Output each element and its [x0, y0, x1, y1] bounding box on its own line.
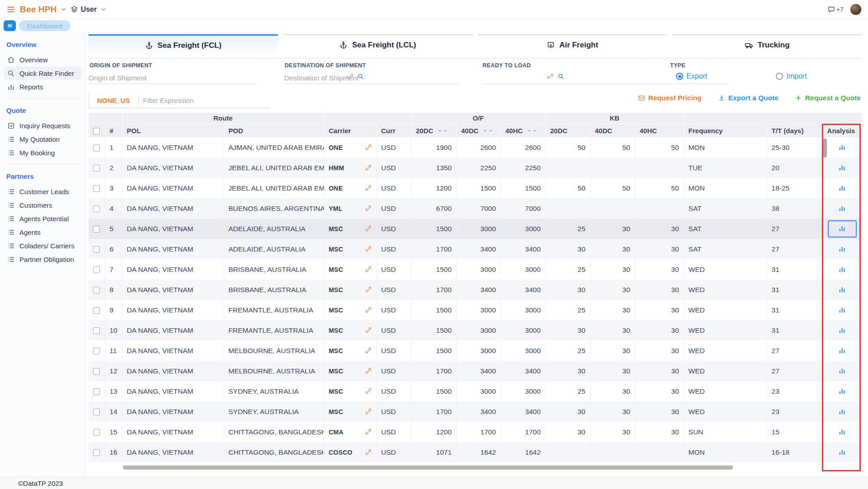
analysis-button[interactable] — [828, 383, 857, 400]
analysis-button[interactable] — [828, 180, 857, 197]
carrier-link-icon[interactable] — [365, 327, 372, 334]
export-quote-button[interactable]: Export a Quote — [718, 94, 779, 102]
table-row[interactable]: 7DA NANG, VIETNAMBRISBANE, AUSTRALIAMSCU… — [89, 259, 862, 279]
sort-20dc-icons[interactable] — [438, 129, 447, 133]
table-row[interactable]: 6DA NANG, VIETNAMADELAIDE, AUSTRALIAMSCU… — [89, 239, 862, 259]
analysis-button[interactable] — [828, 241, 857, 258]
row-checkbox[interactable] — [93, 368, 100, 375]
row-checkbox[interactable] — [93, 388, 100, 395]
chat-button[interactable]: +7 — [827, 5, 844, 14]
row-checkbox[interactable] — [93, 185, 100, 192]
select-all-checkbox[interactable] — [93, 128, 100, 135]
sidebar-item-customers[interactable]: Customers — [4, 198, 82, 212]
sort-40dc-icons[interactable] — [483, 129, 493, 133]
sidebar-item-customer-leads[interactable]: Customer Leads — [4, 185, 82, 198]
carrier-link-icon[interactable] — [365, 368, 372, 374]
breadcrumb[interactable]: Dashboard — [19, 20, 70, 31]
sidebar-item-agents[interactable]: Agents — [4, 225, 82, 239]
table-row[interactable]: 1DA NANG, VIETNAMAJMAN, UNITED ARAB EMIR… — [89, 137, 862, 158]
carrier-link-icon[interactable] — [365, 286, 372, 293]
carrier-link-icon[interactable] — [365, 347, 372, 354]
tab-sea-freight-fcl[interactable]: Sea Freight (FCL) — [89, 34, 278, 55]
analysis-button[interactable] — [828, 363, 857, 380]
analysis-button[interactable] — [828, 403, 857, 420]
sidebar-item-overview[interactable]: Overview — [4, 53, 82, 66]
type-radio-import[interactable]: Import — [776, 72, 807, 80]
table-row[interactable]: 11DA NANG, VIETNAMMELBOURNE, AUSTRALIAMS… — [89, 340, 862, 361]
avatar[interactable] — [850, 4, 862, 15]
table-row[interactable]: 15DA NANG, VIETNAMCHITTAGONG, BANGLADESH… — [89, 422, 862, 442]
table-row[interactable]: 13DA NANG, VIETNAMSYDNEY, AUSTRALIAMSCUS… — [89, 381, 862, 401]
destination-input[interactable] — [284, 72, 459, 84]
analysis-button[interactable] — [828, 281, 857, 298]
hamburger-menu-icon[interactable] — [6, 5, 15, 14]
table-row[interactable]: 9DA NANG, VIETNAMFREMANTLE, AUSTRALIAMSC… — [89, 300, 862, 320]
analysis-button[interactable] — [828, 424, 857, 441]
filter-expression-input[interactable] — [139, 97, 270, 104]
carrier-link-icon[interactable] — [365, 449, 372, 456]
analysis-button[interactable] — [828, 302, 857, 319]
table-row[interactable]: 8DA NANG, VIETNAMBRISBANE, AUSTRALIAMSCU… — [89, 279, 862, 300]
sidebar-item-quick-rate-finder[interactable]: Quick Rate Finder — [4, 66, 82, 80]
row-checkbox[interactable] — [93, 287, 100, 293]
user-chevron-down-icon[interactable] — [100, 6, 107, 13]
row-checkbox[interactable] — [93, 205, 100, 212]
request-pricing-button[interactable]: Request Pricing — [638, 94, 702, 102]
sidebar-item-agents-potential[interactable]: Agents Potential — [4, 212, 82, 225]
tab-sea-freight-lcl[interactable]: Sea Freight (LCL) — [283, 34, 473, 55]
sidebar-item-inquiry-requests[interactable]: Inquiry Requests — [4, 119, 82, 132]
analysis-button[interactable] — [828, 220, 857, 238]
request-quote-button[interactable]: Request a Quote — [795, 94, 861, 102]
carrier-link-icon[interactable] — [365, 428, 372, 435]
analysis-button[interactable] — [828, 200, 857, 217]
analysis-button[interactable] — [828, 322, 857, 339]
row-checkbox[interactable] — [93, 144, 100, 151]
carrier-link-icon[interactable] — [365, 266, 372, 273]
analysis-button[interactable] — [828, 444, 857, 461]
row-checkbox[interactable] — [93, 429, 100, 436]
sidebar-item-coladers-carriers[interactable]: Coladers/ Carriers — [4, 239, 82, 252]
row-checkbox[interactable] — [93, 449, 100, 456]
sidebar-item-my-booking[interactable]: My Booking — [4, 146, 82, 159]
analysis-button[interactable] — [828, 261, 857, 278]
brand-chevron-down-icon[interactable] — [61, 6, 67, 13]
table-row[interactable]: 3DA NANG, VIETNAMJEBEL ALI, UNITED ARAB … — [89, 178, 862, 198]
row-checkbox[interactable] — [93, 226, 100, 233]
row-checkbox[interactable] — [93, 266, 100, 273]
analysis-button[interactable] — [828, 159, 857, 177]
table-row[interactable]: 10DA NANG, VIETNAMFREMANTLE, AUSTRALIAMS… — [89, 320, 862, 340]
row-checkbox[interactable] — [93, 327, 100, 334]
carrier-link-icon[interactable] — [365, 144, 372, 151]
carrier-link-icon[interactable] — [365, 205, 372, 212]
row-checkbox[interactable] — [93, 409, 100, 415]
table-row[interactable]: 12DA NANG, VIETNAMMELBOURNE, AUSTRALIAMS… — [89, 361, 862, 381]
table-row[interactable]: 2DA NANG, VIETNAMJEBEL ALI, UNITED ARAB … — [89, 158, 862, 178]
table-row[interactable]: 4DA NANG, VIETNAMBUENOS AIRES, ARGENTINA… — [89, 198, 862, 219]
table-row[interactable]: 14DA NANG, VIETNAMSYDNEY, AUSTRALIAMSCUS… — [89, 401, 862, 422]
sidebar-toggle-button[interactable] — [4, 20, 16, 31]
sidebar-item-reports[interactable]: Reports — [4, 80, 82, 93]
analysis-button[interactable] — [828, 342, 857, 359]
carrier-link-icon[interactable] — [365, 164, 372, 171]
carrier-link-icon[interactable] — [365, 307, 372, 313]
table-row[interactable]: 5DA NANG, VIETNAMADELAIDE, AUSTRALIAMSCU… — [89, 219, 862, 239]
sidebar-item-my-quotation[interactable]: My Quotation — [4, 132, 82, 146]
carrier-link-icon[interactable] — [365, 246, 372, 252]
carrier-link-icon[interactable] — [365, 185, 372, 191]
origin-input[interactable] — [89, 72, 257, 84]
table-row[interactable]: 16DA NANG, VIETNAMCHITTAGONG, BANGLADESH… — [89, 442, 862, 462]
tab-trucking[interactable]: Trucking — [672, 34, 862, 55]
row-checkbox[interactable] — [93, 348, 100, 354]
sort-40hc-icons[interactable] — [527, 129, 537, 133]
vertical-scrollbar[interactable] — [823, 139, 827, 158]
carrier-link-icon[interactable] — [365, 408, 372, 415]
row-checkbox[interactable] — [93, 165, 100, 172]
horizontal-scrollbar[interactable] — [123, 466, 733, 470]
tab-air-freight[interactable]: Air Freight — [478, 34, 667, 55]
user-menu-label[interactable]: User — [81, 5, 97, 14]
row-checkbox[interactable] — [93, 307, 100, 314]
scope-badge[interactable]: NONE_US — [89, 97, 138, 104]
carrier-link-icon[interactable] — [365, 225, 372, 232]
analysis-button[interactable] — [828, 139, 857, 156]
type-radio-export[interactable]: Export — [676, 72, 707, 80]
